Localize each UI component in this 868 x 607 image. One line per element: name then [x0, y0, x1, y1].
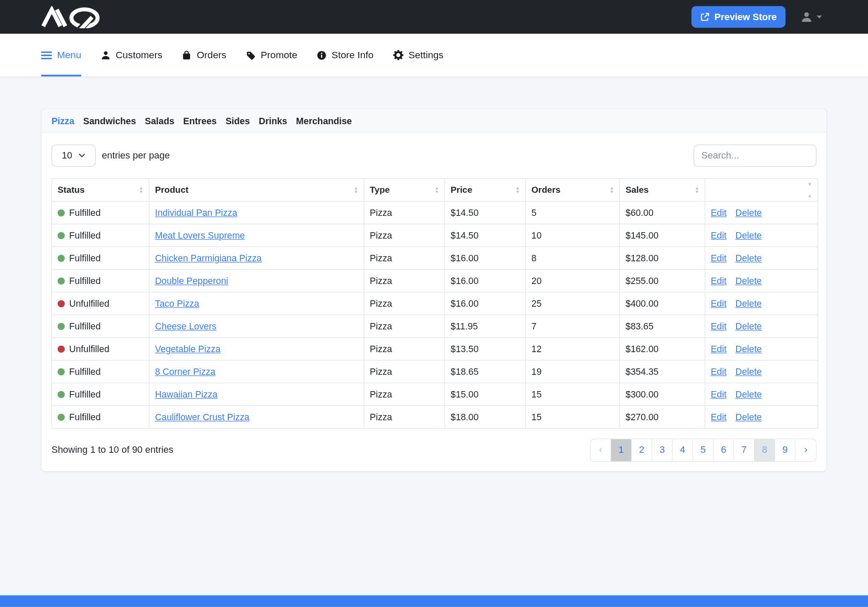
- nav-item-promote[interactable]: Promote: [246, 34, 297, 77]
- table-body: FulfilledIndividual Pan PizzaPizza$14.50…: [52, 201, 818, 428]
- orders-cell: 20: [525, 269, 620, 292]
- tab-salads[interactable]: Salads: [145, 116, 174, 126]
- product-link[interactable]: Taco Pizza: [155, 298, 199, 308]
- page-button-8[interactable]: 8: [755, 439, 775, 461]
- product-cell: 8 Corner Pizza: [149, 360, 364, 383]
- nav-item-store-info[interactable]: Store Info: [316, 34, 373, 77]
- delete-link[interactable]: Delete: [735, 412, 762, 422]
- sort-icon: ▲▼: [609, 186, 614, 194]
- delete-link[interactable]: Delete: [735, 207, 762, 217]
- next-page-button[interactable]: ›: [796, 439, 816, 461]
- page-button-9[interactable]: 9: [775, 439, 796, 461]
- tab-sandwiches[interactable]: Sandwiches: [83, 116, 136, 126]
- prev-page-button[interactable]: ‹: [591, 439, 611, 461]
- user-icon: [800, 11, 812, 23]
- page-button-7[interactable]: 7: [734, 439, 755, 461]
- column-header-status[interactable]: Status ▲▼: [52, 179, 149, 201]
- page-button-5[interactable]: 5: [693, 439, 713, 461]
- status-label: Fulfilled: [69, 366, 101, 376]
- column-label: Product: [155, 185, 188, 195]
- delete-link[interactable]: Delete: [735, 253, 762, 263]
- chevron-down-icon: [79, 153, 86, 158]
- product-cell: Hawaiian Pizza: [149, 383, 364, 406]
- column-header-sales[interactable]: Sales ▲▼: [620, 179, 705, 201]
- sales-cell: $300.00: [620, 383, 705, 406]
- tab-sides[interactable]: Sides: [226, 116, 250, 126]
- tab-pizza[interactable]: Pizza: [51, 116, 74, 126]
- product-link[interactable]: Vegetable Pizza: [155, 344, 221, 353]
- delete-link[interactable]: Delete: [735, 344, 762, 353]
- type-cell: Pizza: [364, 224, 445, 247]
- page-button-3[interactable]: 3: [652, 439, 673, 461]
- edit-link[interactable]: Edit: [711, 253, 727, 263]
- page-button-4[interactable]: 4: [673, 439, 693, 461]
- tab-drinks[interactable]: Drinks: [259, 116, 287, 126]
- nav-item-settings[interactable]: Settings: [393, 34, 444, 77]
- nav-label: Customers: [116, 49, 162, 61]
- actions-cell: EditDelete: [705, 383, 818, 406]
- brand-logo[interactable]: [39, 6, 104, 28]
- entries-per-page-label: entries per page: [102, 150, 170, 161]
- sales-cell: $162.00: [620, 338, 705, 360]
- entries-per-page-select[interactable]: 10: [51, 144, 95, 167]
- pagination: ‹123456789›: [590, 439, 817, 462]
- table-header-row: Status ▲▼ Product ▲▼ Type ▲▼: [52, 179, 818, 201]
- column-header-actions[interactable]: ▼▲: [705, 179, 818, 201]
- search-input[interactable]: [694, 144, 817, 167]
- edit-link[interactable]: Edit: [711, 298, 727, 308]
- column-header-type[interactable]: Type ▲▼: [364, 179, 445, 201]
- product-link[interactable]: Hawaiian Pizza: [155, 389, 218, 399]
- delete-link[interactable]: Delete: [735, 389, 762, 399]
- delete-link[interactable]: Delete: [735, 366, 762, 376]
- actions-cell: EditDelete: [705, 269, 818, 292]
- edit-link[interactable]: Edit: [711, 230, 727, 240]
- delete-link[interactable]: Delete: [735, 298, 762, 308]
- status-dot-icon: [57, 232, 65, 239]
- nav-label: Promote: [261, 49, 298, 61]
- edit-link[interactable]: Edit: [711, 344, 727, 353]
- product-link[interactable]: Double Pepperoni: [155, 275, 228, 285]
- delete-link[interactable]: Delete: [735, 230, 762, 240]
- column-header-price[interactable]: Price ▲▼: [445, 179, 526, 201]
- nav-label: Store Info: [331, 49, 373, 61]
- product-link[interactable]: Cauliflower Crust Pizza: [155, 412, 249, 422]
- product-link[interactable]: Chicken Parmigiana Pizza: [155, 253, 262, 263]
- type-cell: Pizza: [364, 360, 445, 383]
- user-menu[interactable]: [800, 11, 822, 23]
- product-cell: Individual Pan Pizza: [149, 201, 364, 224]
- product-cell: Double Pepperoni: [149, 269, 364, 292]
- product-link[interactable]: Individual Pan Pizza: [155, 207, 237, 217]
- nav-item-customers[interactable]: Customers: [101, 34, 162, 77]
- product-link[interactable]: Meat Lovers Supreme: [155, 230, 245, 240]
- page-button-6[interactable]: 6: [713, 439, 734, 461]
- column-header-product[interactable]: Product ▲▼: [149, 179, 364, 201]
- delete-link[interactable]: Delete: [735, 321, 762, 331]
- nav-item-menu[interactable]: Menu: [41, 34, 81, 77]
- status-cell: Unfulfilled: [52, 292, 149, 315]
- status-label: Fulfilled: [69, 389, 101, 399]
- edit-link[interactable]: Edit: [711, 275, 727, 285]
- status-cell: Fulfilled: [52, 315, 149, 338]
- nav-item-orders[interactable]: Orders: [182, 34, 227, 77]
- status-label: Unfulfilled: [69, 298, 110, 308]
- status-label: Fulfilled: [69, 207, 101, 217]
- column-header-orders[interactable]: Orders ▲▼: [525, 179, 620, 201]
- tab-merchandise[interactable]: Merchandise: [296, 116, 352, 126]
- preview-store-button[interactable]: Preview Store: [691, 6, 785, 27]
- edit-link[interactable]: Edit: [711, 366, 727, 376]
- tab-entrees[interactable]: Entrees: [183, 116, 217, 126]
- edit-link[interactable]: Edit: [711, 389, 727, 399]
- edit-link[interactable]: Edit: [711, 321, 727, 331]
- product-cell: Meat Lovers Supreme: [149, 224, 364, 247]
- edit-link[interactable]: Edit: [711, 412, 727, 422]
- product-link[interactable]: 8 Corner Pizza: [155, 366, 215, 376]
- page-button-2[interactable]: 2: [632, 439, 652, 461]
- page-button-1[interactable]: 1: [611, 439, 632, 461]
- delete-link[interactable]: Delete: [735, 275, 762, 285]
- product-link[interactable]: Cheese Lovers: [155, 321, 216, 331]
- status-dot-icon: [57, 323, 65, 330]
- table-row: FulfilledDouble PepperoniPizza$16.0020$2…: [52, 269, 818, 292]
- edit-link[interactable]: Edit: [711, 207, 727, 217]
- sales-cell: $60.00: [620, 201, 705, 224]
- orders-cell: 15: [525, 383, 620, 406]
